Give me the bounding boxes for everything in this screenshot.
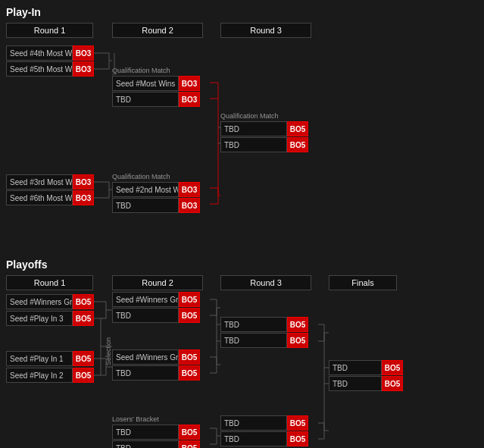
playoffs-r1-team2: Seed #Play In 3 BO5 [6, 311, 94, 327]
playoffs-title: Playoffs [6, 258, 478, 271]
playoffs-r3-match2: TBD BO5 TBD BO5 [220, 415, 308, 447]
playoffs-section: Playoffs Round 1 Seed #Winners Group 3 B… [6, 258, 478, 448]
playin-section: Play-In Round 1 Seed #4th Most Wins BO3 … [6, 6, 478, 246]
playoffs-r2-match2: Seed #Winners Group 2 BO5 TBD BO5 [112, 349, 200, 381]
playoffs-r2-match1: Seed #Winners Group 1 BO5 TBD BO5 [112, 292, 200, 324]
playoffs-round2-label: Round 2 [112, 275, 203, 290]
playoffs-r1-team3: Seed #Play In 1 BO5 [6, 351, 94, 367]
playin-round3-label: Round 3 [220, 23, 311, 38]
selection-label: Selection [105, 321, 112, 381]
playin-r3-match: Qualification Match TBD BO5 TBD BO5 [220, 112, 308, 153]
playin-r2-match1: Qualification Match Seed #Most Wins BO3 … [112, 67, 200, 108]
playoffs-finals-match: TBD BO5 TBD BO5 [329, 360, 403, 392]
playin-r1-match2: Seed #3rd Most Wins BO3 Seed #6th Most W… [6, 174, 94, 206]
playoffs-round1-label: Round 1 [6, 275, 93, 290]
playin-round2-label: Round 2 [112, 23, 203, 38]
playin-title: Play-In [6, 6, 478, 18]
playin-r2-match2: Qualification Match Seed #2nd Most Wins … [112, 173, 200, 214]
page-container: Play-In Round 1 Seed #4th Most Wins BO3 … [6, 6, 478, 448]
playoffs-r3-match1: TBD BO5 TBD BO5 [220, 317, 308, 349]
playin-round1-label: Round 1 [6, 23, 93, 38]
playoffs-finals-label: Finals [329, 275, 397, 290]
playoffs-round3-label: Round 3 [220, 275, 311, 290]
playin-r1-match1: Seed #4th Most Wins BO3 Seed #5th Most W… [6, 45, 94, 77]
playoffs-r1-team1: Seed #Winners Group 3 BO5 [6, 294, 94, 310]
playoffs-r2-match3: Losers' Bracket TBD BO5 TBD BO5 [112, 415, 200, 448]
playoffs-r1-team4: Seed #Play In 2 BO5 [6, 368, 94, 384]
